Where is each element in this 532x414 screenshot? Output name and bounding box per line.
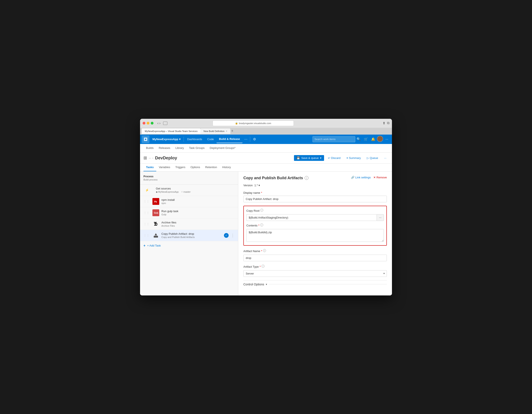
artifact-type-field: Artifact Type * i Server FilePath ▾ — [243, 265, 387, 277]
sources-branch: ⑂ master — [181, 191, 191, 193]
artifact-name-input[interactable] — [243, 255, 387, 261]
address-bar[interactable]: 🔒 bradymgaster.visualstudio.com — [213, 120, 294, 126]
org-selector[interactable]: MyNewExpressApp ▾ — [150, 137, 183, 142]
display-name-input[interactable] — [243, 196, 387, 202]
user-avatar[interactable] — [377, 136, 383, 142]
save-queue-button[interactable]: 💾 Save & queue ▾ — [294, 155, 324, 161]
add-task-label: + Add Task — [147, 244, 161, 247]
back-button[interactable]: ‹ — [157, 121, 158, 125]
forward-button[interactable]: › — [159, 121, 160, 125]
contents-info-icon[interactable]: i — [260, 223, 263, 227]
summary-button[interactable]: ≡ Summary — [344, 155, 363, 161]
tab-1[interactable]: MyNewExpressApp – Visual Studio Team Ser… — [142, 128, 200, 134]
link-settings-button[interactable]: 🔗 Link settings — [351, 176, 370, 179]
version-select[interactable]: 1.* ▾ — [254, 184, 260, 187]
task-gulp[interactable]: ⋮⋮ Gulp Run gulp task Gulp — [140, 207, 238, 218]
more-icon[interactable]: ··· — [383, 136, 390, 143]
traffic-lights — [142, 122, 153, 125]
subnav-builds[interactable]: Builds — [143, 144, 156, 152]
tab-2-close[interactable]: × — [226, 130, 227, 133]
archive-icon: 🗜 — [152, 221, 159, 227]
contents-required: * — [258, 224, 259, 227]
def-title[interactable]: DevDeploy — [155, 156, 177, 160]
task-get-sources[interactable]: ⚡ Get sources ◆ MyNewExpressApp ⑂ master — [140, 185, 238, 196]
bell-icon[interactable]: 🔔 — [370, 136, 377, 143]
artifact-name-label: Artifact Name * i — [243, 249, 387, 253]
titlebar: ‹ › 🔒 bradymgaster.visualstudio.com ⬆ ⧉ — [140, 119, 392, 128]
close-button[interactable] — [142, 122, 145, 125]
definition-header: ⊞ ··· › DevDeploy 💾 Save & queue ▾ ↩ Dis… — [140, 153, 392, 164]
task-name-npm: npm install — [162, 198, 235, 201]
org-chevron: ▾ — [179, 138, 180, 141]
artifact-name-required: * — [261, 249, 262, 253]
display-name-label-text: Display name — [243, 191, 260, 194]
breadcrumb-dots[interactable]: ··· — [149, 156, 151, 159]
subnav-releases[interactable]: Releases — [156, 144, 173, 152]
copy-root-input[interactable] — [246, 214, 377, 221]
process-sub: Build process — [143, 178, 235, 181]
nav-more[interactable]: ··· — [243, 136, 249, 142]
detail-title-text: Copy and Publish Build Artifacts — [243, 176, 303, 180]
queue-icon: ▷ — [367, 156, 369, 159]
artifact-type-info-icon[interactable]: i — [262, 265, 265, 268]
link-icon: 🔗 — [351, 176, 354, 179]
nav-dashboards[interactable]: Dashboards — [185, 135, 205, 143]
svg-rect-6 — [154, 236, 158, 237]
task-archive[interactable]: ⋮⋮ 🗜 Archive files Archive Files — [140, 218, 238, 230]
settings-icon[interactable]: ⚙ — [251, 136, 258, 143]
maximize-button[interactable] — [151, 122, 153, 125]
remove-icon: ✕ — [373, 176, 376, 179]
queue-button[interactable]: ▷ Queue — [365, 155, 380, 161]
remove-button[interactable]: ✕ Remove — [373, 176, 387, 179]
tab-triggers[interactable]: Triggers — [173, 164, 188, 171]
task-publish[interactable]: ⋮⋮ Copy Publish Artifact: drop Copy and … — [140, 230, 238, 241]
titlebar-actions: ⬆ ⧉ — [383, 121, 390, 125]
svg-text:Gulp: Gulp — [154, 212, 158, 214]
tab-switcher[interactable] — [163, 122, 167, 125]
share-icon[interactable]: ⬆ — [383, 121, 385, 125]
tab-2[interactable]: New Build Definition × — [200, 128, 230, 134]
artifact-name-info-icon[interactable]: i — [263, 249, 266, 252]
artifact-type-label-text: Artifact Type — [243, 265, 259, 268]
nav-build-release[interactable]: Build & Release — [217, 135, 243, 143]
nav-code[interactable]: Code — [205, 135, 217, 143]
task-more-publish[interactable]: ⋮ — [231, 233, 235, 238]
title-info-icon[interactable]: i — [305, 176, 308, 180]
minimize-button[interactable] — [147, 122, 149, 125]
artifact-type-select[interactable]: Server FilePath — [243, 270, 387, 277]
app-nav: MyNewExpressApp ▾ Dashboards Code Build … — [140, 135, 392, 144]
control-options-chevron: ▾ — [266, 283, 267, 286]
search-bar[interactable]: Search work items — [313, 136, 355, 142]
tab-history[interactable]: History — [220, 164, 233, 171]
window-icon[interactable]: ⧉ — [387, 121, 390, 125]
subnav-library[interactable]: Library — [173, 144, 187, 152]
copy-root-row: ··· — [246, 214, 384, 221]
sources-app: ◆ MyNewExpressApp — [156, 191, 179, 193]
discard-label: Discard — [331, 156, 341, 159]
copy-root-info-icon[interactable]: i — [260, 209, 263, 212]
task-npm[interactable]: ⋮⋮ Pb npm install npm — [140, 196, 238, 207]
task-detail: Copy and Publish Build Artifacts i 🔗 Lin… — [238, 172, 392, 296]
tab-variables[interactable]: Variables — [156, 164, 173, 171]
copy-root-dots-button[interactable]: ··· — [377, 214, 384, 221]
new-tab-button[interactable]: + — [231, 129, 234, 133]
subnav-task-groups[interactable]: Task Groups — [186, 144, 207, 152]
subnav-deployment-groups[interactable]: Deployment Groups* — [207, 144, 238, 152]
process-section: Process Build process — [140, 172, 238, 185]
tab-1-label: MyNewExpressApp – Visual Studio Team Ser… — [145, 130, 198, 132]
more-actions-button[interactable]: ··· — [382, 155, 389, 161]
search-icon[interactable]: 🔍 — [355, 136, 362, 143]
task-sub-npm: npm — [162, 202, 235, 204]
control-options-row[interactable]: Control Options ▾ — [243, 280, 387, 288]
sub-nav: Builds Releases Library Task Groups Depl… — [140, 144, 392, 153]
tab-tasks[interactable]: Tasks — [143, 164, 156, 171]
display-name-required: * — [261, 191, 262, 194]
publish-icon — [152, 232, 159, 239]
tab-retention[interactable]: Retention — [203, 164, 220, 171]
tab-options[interactable]: Options — [188, 164, 203, 171]
add-task-button[interactable]: + + Add Task — [140, 241, 238, 250]
control-options-line — [269, 284, 387, 284]
discard-button[interactable]: ↩ Discard — [326, 155, 343, 161]
contents-textarea[interactable]: $(Build.BuildId).zip — [246, 229, 384, 242]
basket-icon[interactable]: 🛒 — [362, 136, 369, 143]
